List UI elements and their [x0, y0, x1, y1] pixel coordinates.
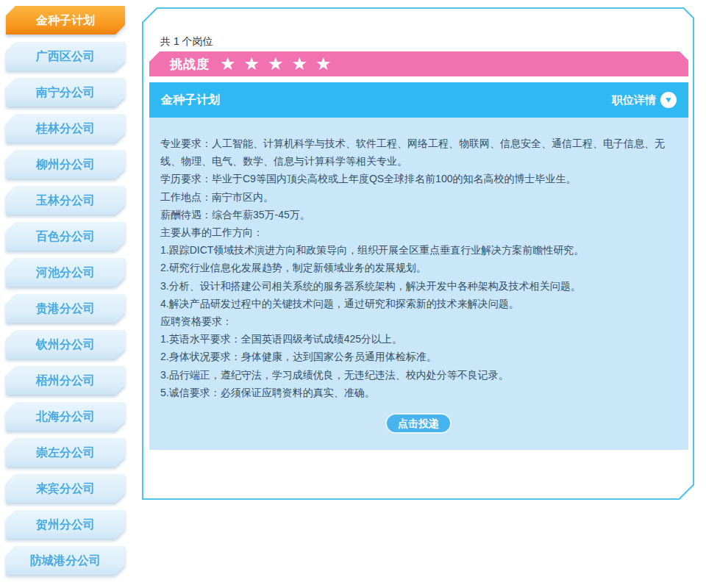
- description-line: 2.身体状况要求：身体健康，达到国家公务员通用体检标准。: [160, 348, 677, 365]
- apply-button[interactable]: 点击投递: [385, 413, 452, 434]
- description-line: 4.解决产品研发过程中的关键技术问题，通过研究和探索新的技术来解决问题。: [160, 295, 677, 312]
- sidebar-item-branch[interactable]: 百色分公司: [6, 222, 125, 251]
- star-icon: ★: [244, 55, 260, 73]
- sidebar-item-wrap: 钦州分公司: [6, 330, 125, 359]
- job-panel: 共 1 个岗位 挑战度 ★★★★★ 金种子计划 职位详情 ▼ 专业要求：人工智能…: [142, 7, 694, 500]
- sidebar-item-wrap: 贺州分公司: [6, 510, 125, 539]
- challenge-label: 挑战度: [170, 56, 210, 73]
- job-description: 专业要求：人工智能、计算机科学与技术、软件工程、网络工程、物联网、信息安全、通信…: [160, 135, 677, 401]
- sidebar-item-wrap: 河池分公司: [6, 258, 125, 287]
- description-line: 专业要求：人工智能、计算机科学与技术、软件工程、网络工程、物联网、信息安全、通信…: [160, 135, 677, 170]
- star-icon: ★: [292, 55, 308, 73]
- sidebar-item-wrap: 梧州分公司: [6, 366, 125, 395]
- sidebar-item-branch[interactable]: 河池分公司: [6, 258, 125, 287]
- sidebar-item-branch[interactable]: 来宾分公司: [6, 474, 125, 503]
- sidebar-item-wrap: 崇左分公司: [6, 438, 125, 467]
- sidebar-item-branch[interactable]: 贺州分公司: [6, 510, 125, 539]
- sidebar-item-wrap: 广西区公司: [6, 42, 125, 71]
- sidebar-item-wrap: 金种子计划: [6, 6, 125, 35]
- sidebar-item-branch[interactable]: 梧州分公司: [6, 366, 125, 395]
- sidebar-item-active[interactable]: 金种子计划: [6, 6, 125, 35]
- job-description-panel: 专业要求：人工智能、计算机科学与技术、软件工程、网络工程、物联网、信息安全、通信…: [149, 118, 688, 450]
- sidebar-item-wrap: 百色分公司: [6, 222, 125, 251]
- chevron-down-icon[interactable]: ▼: [660, 92, 677, 108]
- description-line: 5.诚信要求：必须保证应聘资料的真实、准确。: [160, 384, 677, 401]
- job-details-toggle[interactable]: 职位详情 ▼: [612, 92, 677, 108]
- description-line: 1.英语水平要求：全国英语四级考试成绩425分以上。: [160, 330, 677, 348]
- challenge-banner: 挑战度 ★★★★★: [149, 51, 688, 76]
- star-icon: ★: [315, 55, 332, 73]
- description-line: 学历要求：毕业于C9等国内顶尖高校或上年度QS全球排名前100的知名高校的博士毕…: [160, 170, 677, 187]
- job-header-bar: 金种子计划 职位详情 ▼: [149, 82, 688, 118]
- sidebar-item-wrap: 北海分公司: [6, 402, 125, 431]
- sidebar-item-branch[interactable]: 柳州分公司: [6, 150, 125, 179]
- star-icon: ★: [220, 55, 236, 73]
- job-title: 金种子计划: [161, 93, 220, 108]
- description-line: 3.品行端正，遵纪守法，学习成绩优良，无违纪违法、校内处分等不良记录。: [160, 366, 677, 384]
- star-icon: ★: [268, 55, 284, 73]
- job-details-label: 职位详情: [612, 93, 656, 107]
- description-line: 薪酬待遇：综合年薪35万-45万。: [160, 206, 677, 223]
- sidebar-item-branch[interactable]: 防城港分公司: [6, 546, 125, 575]
- challenge-stars: ★★★★★: [220, 55, 332, 73]
- sidebar-item-branch[interactable]: 崇左分公司: [6, 438, 125, 467]
- description-line: 应聘资格要求：: [160, 312, 677, 330]
- description-line: 2.研究行业信息化发展趋势，制定新领域业务的发展规划。: [160, 259, 677, 276]
- sidebar-item-branch[interactable]: 桂林分公司: [6, 114, 125, 143]
- sidebar-item-branch[interactable]: 玉林分公司: [6, 186, 125, 215]
- sidebar-item-branch[interactable]: 贵港分公司: [6, 294, 125, 323]
- description-line: 1.跟踪DICT领域技术演进方向和政策导向，组织开展全区重点垂直行业解决方案前瞻…: [160, 241, 677, 259]
- sidebar-nav: 金种子计划广西区公司南宁分公司桂林分公司柳州分公司玉林分公司百色分公司河池分公司…: [6, 6, 125, 575]
- sidebar-item-wrap: 防城港分公司: [6, 546, 125, 575]
- sidebar-item-wrap: 南宁分公司: [6, 78, 125, 107]
- sidebar-item-branch[interactable]: 北海分公司: [6, 402, 125, 431]
- sidebar-item-wrap: 来宾分公司: [6, 474, 125, 503]
- description-line: 工作地点：南宁市区内。: [160, 188, 677, 206]
- sidebar-item-wrap: 桂林分公司: [6, 114, 125, 143]
- sidebar-item-branch[interactable]: 广西区公司: [6, 42, 125, 71]
- sidebar-item-wrap: 柳州分公司: [6, 150, 125, 179]
- description-line: 主要从事的工作方向：: [160, 223, 677, 241]
- description-line: 3.分析、设计和搭建公司相关系统的服务器系统架构，解决开发中各种架构及技术相关问…: [160, 277, 677, 295]
- sidebar-item-branch[interactable]: 南宁分公司: [6, 78, 125, 107]
- sidebar-item-branch[interactable]: 钦州分公司: [6, 330, 125, 359]
- sidebar-item-wrap: 贵港分公司: [6, 294, 125, 323]
- sidebar-item-wrap: 玉林分公司: [6, 186, 125, 215]
- job-count-text: 共 1 个岗位: [160, 35, 213, 49]
